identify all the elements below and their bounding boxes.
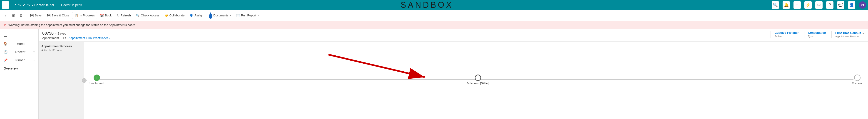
user-icon[interactable]: 👤 [848, 1, 855, 9]
assign-button[interactable]: 👤 Assign [187, 12, 206, 19]
node-circle-checkout [854, 75, 861, 81]
warning-bar: ⊘ Warning! Before starting the appointme… [0, 21, 868, 29]
toolbar: ‹ ▣ ⧉ 💾 Save 💾 Save & Close 📋 In Progres… [0, 10, 868, 21]
record-info-type: Consultation Type [804, 31, 826, 38]
chat-icon[interactable]: 💬 [837, 1, 844, 9]
search-icon[interactable]: 🔍 [772, 1, 779, 9]
sandbox-title: SANDBOX [84, 0, 770, 10]
save-button[interactable]: 💾 Save [28, 12, 44, 19]
avatar[interactable]: PT [859, 1, 866, 9]
breadcrumb-chevron: ⌄ [108, 36, 111, 40]
timeline-nodes: ✓ Unscheduled Scheduled (30 Hrs) Checkou… [90, 75, 863, 85]
timeline-node-scheduled: Scheduled (30 Hrs) [467, 75, 490, 85]
record-header: 00750 - Saved Appointment EHR · Appointm… [39, 29, 868, 42]
back-button[interactable]: ‹ [2, 12, 9, 19]
collaborate-button[interactable]: 🤝 Collaborate [162, 12, 187, 19]
node-label-unscheduled: Unscheduled [90, 82, 104, 85]
help-icon[interactable]: ? [826, 1, 834, 9]
patient-label: Patient [774, 35, 799, 38]
refresh-button[interactable]: ↻ Refresh [115, 12, 133, 19]
run-report-icon: 📊 [236, 14, 240, 17]
node-circle-scheduled [475, 75, 481, 81]
process-area: Appointment Process Active for 30 hours … [39, 42, 868, 119]
app-name: DoctorHelper® [61, 3, 82, 7]
recent-icon: 🕐 [4, 50, 7, 54]
record-id: 00750 [42, 31, 54, 36]
record-saved-status: - Saved [55, 32, 66, 35]
logo-area: DoctorHelper® [11, 2, 55, 8]
filter-icon[interactable]: ⚡ [804, 1, 812, 9]
in-progress-button[interactable]: 📋 In Progress [72, 12, 97, 19]
new-window-button[interactable]: ⧉ [17, 12, 25, 19]
save-close-button[interactable]: 💾 Save & Close [44, 12, 72, 19]
book-icon: 📅 [100, 14, 104, 17]
timeline-node-checkout: Checkout [852, 75, 863, 85]
breadcrumb: Appointment EHR · Appointment EHR Practi… [42, 36, 111, 40]
sidebar-toggle[interactable]: ☰ [0, 31, 38, 40]
timeline-area: ✓ Unscheduled Scheduled (30 Hrs) Checkou… [84, 42, 868, 119]
record-info-reason: First Time Consult ⌄ Appointment Reason [831, 31, 864, 38]
top-nav: ⊞ DoctorHelper® DoctorHelper® SANDBOX 🔍 … [0, 0, 868, 10]
record-info-patient: Gustavo Fletcher Patient [771, 31, 799, 38]
node-label-checkout: Checkout [852, 82, 863, 85]
warning-icon: ⊘ [4, 23, 7, 27]
record-id-line: 00750 - Saved [42, 31, 111, 36]
main-layout: ☰ 🏠 Home 🕐 Recent ∨ 📌 Pinned ∨ Overview … [0, 29, 868, 119]
save-icon: 💾 [30, 14, 34, 17]
type-label: Type [808, 35, 826, 38]
refresh-icon: ↻ [117, 14, 120, 17]
toolbar-divider-1 [26, 13, 26, 18]
record-info-panel: Gustavo Fletcher Patient Consultation Ty… [771, 31, 864, 38]
sidebar-overview[interactable]: Overview [0, 64, 38, 72]
sidebar-item-recent[interactable]: 🕐 Recent ∨ [0, 48, 38, 56]
notification-icon[interactable]: 🔔 [783, 1, 790, 9]
check-access-button[interactable]: 🔍 Check Access [133, 12, 162, 19]
documents-icon: 📄 [208, 14, 212, 17]
warning-text: Warning! Before starting the appointment… [8, 23, 135, 27]
reason-label: Appointment Reason [835, 35, 864, 38]
save-close-icon: 💾 [46, 14, 51, 17]
add-icon[interactable]: + [794, 1, 801, 9]
home-icon: 🏠 [4, 42, 7, 46]
process-collapse-button[interactable]: ‹ [82, 78, 87, 83]
breadcrumb-dropdown[interactable]: Appointment EHR Practitioner ⌄ [69, 36, 111, 40]
documents-button[interactable]: 📄 Documents ▾ [206, 12, 233, 19]
sidebar-item-home[interactable]: 🏠 Home [0, 40, 38, 48]
process-title: Appointment Process [41, 44, 81, 48]
timeline-node-unscheduled: ✓ Unscheduled [90, 75, 104, 85]
grid-menu-icon[interactable]: ⊞ [2, 1, 9, 9]
type-value[interactable]: Consultation [808, 31, 826, 34]
svg-line-2 [329, 55, 425, 77]
run-report-button[interactable]: 📊 Run Report ▾ [234, 12, 261, 19]
appointment-process-panel: Appointment Process Active for 30 hours … [39, 42, 84, 119]
run-report-dropdown-arrow: ▾ [258, 14, 259, 17]
sidebar: ☰ 🏠 Home 🕐 Recent ∨ 📌 Pinned ∨ Overview [0, 29, 39, 119]
assign-icon: 👤 [189, 14, 193, 17]
book-button[interactable]: 📅 Book [98, 12, 114, 19]
node-circle-unscheduled: ✓ [94, 75, 100, 81]
settings-icon[interactable]: ⚙ [815, 1, 823, 9]
timeline-track: ✓ Unscheduled Scheduled (30 Hrs) Checkou… [90, 75, 863, 85]
reason-value[interactable]: First Time Consult [835, 31, 861, 34]
documents-dropdown-arrow: ▾ [230, 14, 231, 17]
in-progress-icon: 📋 [74, 14, 79, 17]
content-area: 00750 - Saved Appointment EHR · Appointm… [39, 29, 868, 119]
sidebar-item-pinned[interactable]: 📌 Pinned ∨ [0, 56, 38, 64]
process-subtitle: Active for 30 hours [41, 49, 81, 51]
breadcrumb-link-1[interactable]: Appointment EHR [42, 36, 66, 40]
check-access-icon: 🔍 [136, 14, 140, 17]
top-nav-icons: 🔍 🔔 + ⚡ ⚙ ? 💬 👤 PT [772, 1, 866, 9]
node-label-scheduled: Scheduled (30 Hrs) [467, 82, 490, 85]
collaborate-icon: 🤝 [164, 14, 168, 17]
record-id-area: 00750 - Saved Appointment EHR · Appointm… [42, 31, 111, 40]
svg-text:DoctorHelper®: DoctorHelper® [34, 3, 54, 7]
page-button[interactable]: ▣ [9, 12, 17, 19]
patient-value[interactable]: Gustavo Fletcher [774, 31, 799, 34]
pinned-icon: 📌 [4, 58, 7, 62]
reason-expand-icon[interactable]: ⌄ [862, 31, 864, 34]
